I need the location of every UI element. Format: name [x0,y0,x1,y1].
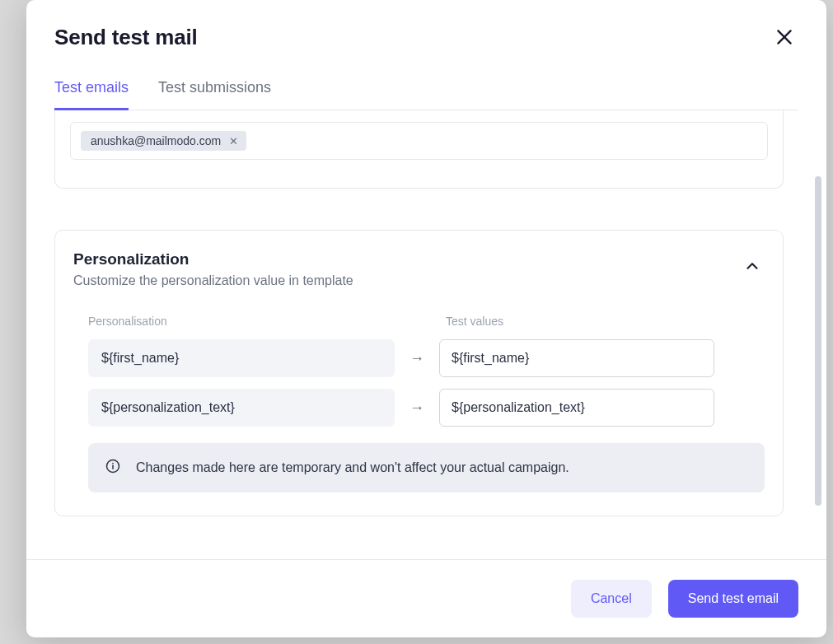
test-value-input[interactable] [439,339,714,377]
scrollbar[interactable] [815,176,821,506]
send-test-mail-modal: Send test mail Test emails Test submissi… [26,0,826,637]
token-display: ${first_name} [88,339,395,377]
section-header: Personalization Customize the personaliz… [73,250,765,288]
close-icon [774,26,795,48]
info-text: Changes made here are temporary and won'… [136,460,569,475]
close-button[interactable] [770,23,798,51]
column-header-personalisation: Personalisation [88,315,401,328]
personalization-row: ${first_name} → [73,339,765,377]
personalization-section: Personalization Customize the personaliz… [54,230,784,516]
send-test-email-button[interactable]: Send test email [668,580,798,618]
tabs: Test emails Test submissions [54,79,798,110]
svg-point-4 [112,463,114,464]
personalization-row: ${personalization_text} → [73,389,765,427]
chevron-up-icon [743,265,761,278]
test-value-input[interactable] [439,389,714,427]
arrow-icon: → [395,399,439,417]
cancel-button[interactable]: Cancel [571,580,652,618]
modal-footer: Cancel Send test email [26,559,826,637]
title-row: Send test mail [54,23,798,51]
tab-test-emails[interactable]: Test emails [54,79,129,110]
section-subtitle: Customize the personalization value in t… [73,273,353,288]
remove-email-button[interactable]: ✕ [227,135,240,147]
column-header-test-values: Test values [446,315,503,328]
email-recipients-box: anushka@mailmodo.com ✕ [54,110,784,189]
tab-test-submissions[interactable]: Test submissions [158,79,271,110]
arrow-icon: → [395,350,439,367]
columns-header: Personalisation Test values [73,315,765,328]
info-icon [105,458,121,478]
modal-header: Send test mail Test emails Test submissi… [26,0,826,110]
token-display: ${personalization_text} [88,389,395,427]
email-chip: anushka@mailmodo.com ✕ [81,131,246,151]
info-banner: Changes made here are temporary and won'… [88,443,765,492]
email-input[interactable]: anushka@mailmodo.com ✕ [70,122,768,160]
modal-title: Send test mail [54,25,197,50]
modal-body: anushka@mailmodo.com ✕ Personalization C… [26,110,826,559]
collapse-section-button[interactable] [740,254,765,281]
section-heading-wrap: Personalization Customize the personaliz… [73,250,353,288]
x-icon: ✕ [229,135,238,147]
section-title: Personalization [73,250,353,268]
email-chip-text: anushka@mailmodo.com [91,134,221,147]
